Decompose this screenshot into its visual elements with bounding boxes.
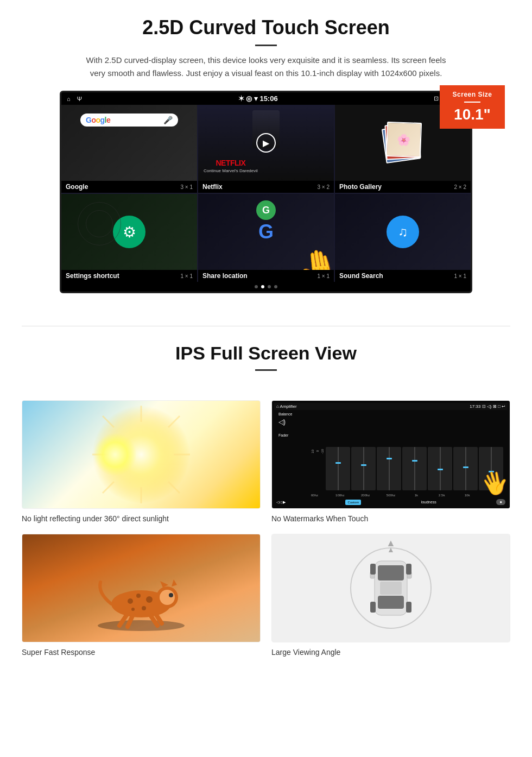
- feature-car: ▲: [271, 534, 510, 657]
- settings-cell-content: ⚙: [61, 194, 197, 270]
- netflix-subtitle: Continue Marvel's Daredevil: [204, 168, 258, 173]
- amp-status-bar: ⌂ Amplifier 17:33 ⊡ ◁) ⊠ □ ↩: [274, 403, 508, 410]
- settings-label-row: Settings shortcut 1 × 1: [61, 270, 197, 282]
- photo-gallery-app-size: 2 × 2: [454, 184, 466, 190]
- google-cell-content: Google 🎤: [61, 105, 197, 181]
- feature-cheetah: Super Fast Response: [22, 534, 261, 657]
- google-search-bar[interactable]: Google 🎤: [80, 113, 178, 127]
- sound-search-label-row: Sound Search 1 × 1: [335, 270, 471, 282]
- netflix-play-button[interactable]: ▶: [256, 133, 276, 153]
- mic-icon: 🎤: [163, 116, 173, 124]
- svg-point-17: [142, 606, 146, 610]
- netflix-app-size: 3 × 2: [317, 184, 330, 190]
- google-bg: Google 🎤: [61, 105, 197, 181]
- section-curved-title: 2.5D Curved Touch Screen: [22, 16, 510, 39]
- feature-sunlight: No light reflecting under 360° direct su…: [22, 400, 261, 523]
- cheetah-visual: [22, 534, 260, 642]
- svg-point-20: [160, 590, 175, 605]
- bluetooth-icon: ✶: [238, 94, 244, 103]
- section-ips-title: IPS Full Screen View: [22, 343, 510, 364]
- svg-rect-31: [380, 582, 402, 595]
- google-logo: Google: [86, 116, 110, 124]
- dot-2: [261, 285, 264, 288]
- sound-search-icon: ♫: [387, 216, 419, 248]
- feature-label-amplifier: No Watermarks When Touch: [271, 514, 510, 523]
- dot-4: [274, 285, 277, 288]
- feature-image-cheetah: [22, 534, 261, 642]
- feature-label-sunlight: No light reflecting under 360° direct su…: [22, 514, 261, 523]
- sound-search-bg: ♫: [335, 194, 471, 270]
- feature-label-cheetah: Super Fast Response: [22, 648, 261, 657]
- feature-amplifier: ⌂ Amplifier 17:33 ⊡ ◁) ⊠ □ ↩ Balance ◁) …: [271, 400, 510, 523]
- amp-bottom: ◁◁ ▶ Custom loudness ●: [274, 498, 508, 506]
- screen-size-badge: Screen Size 10.1": [440, 85, 505, 129]
- photo-stack: 🌸: [381, 121, 425, 165]
- status-bar-center: ✶ ◎ ▾ 15:06: [238, 94, 278, 103]
- app-cell-settings[interactable]: ⚙ Settings shortcut 1 × 1: [61, 194, 197, 282]
- app-cell-google[interactable]: Google 🎤 Google 3 × 1: [61, 105, 197, 193]
- svg-text:G: G: [262, 205, 270, 216]
- svg-rect-30: [378, 596, 404, 609]
- netflix-logo: NETFLIX Continue Marvel's Daredevil: [204, 159, 258, 173]
- photo-gallery-label-row: Photo Gallery 2 × 2: [335, 181, 471, 193]
- app-grid: Google 🎤 Google 3 × 1: [61, 105, 471, 282]
- wifi-icon: ▾: [254, 94, 258, 103]
- car-visual: ▲: [272, 534, 510, 642]
- google-app-size: 3 × 1: [180, 184, 193, 190]
- svg-point-16: [146, 596, 153, 603]
- settings-bg: ⚙: [61, 194, 197, 270]
- svg-point-21: [169, 593, 173, 597]
- time-display: 15:06: [259, 94, 277, 103]
- device-wrapper: Screen Size 10.1" ⌂ Ψ ✶ ◎ ▾ 15:06 ⊡: [60, 91, 472, 293]
- svg-point-18: [131, 608, 135, 611]
- share-location-label-row: Share location 1 × 1: [198, 270, 334, 282]
- home-icon: ⌂: [67, 96, 71, 102]
- badge-label: Screen Size: [444, 91, 501, 98]
- pagination-dots: [61, 282, 471, 292]
- netflix-bg: ▶ NETFLIX Continue Marvel's Daredevil: [198, 105, 334, 181]
- amp-custom-btn[interactable]: Custom: [345, 500, 361, 505]
- status-bar-left: ⌂ Ψ: [67, 96, 82, 102]
- hand-pointing-icon: 🤚: [295, 244, 334, 270]
- google-label-row: Google 3 × 1: [61, 181, 197, 193]
- share-location-app-name: Share location: [202, 272, 248, 280]
- photo-gallery-app-name: Photo Gallery: [339, 183, 382, 191]
- svg-rect-29: [378, 565, 404, 581]
- photo-card-3: 🌸: [386, 122, 422, 157]
- svg-rect-37: [406, 602, 411, 613]
- android-device: ⌂ Ψ ✶ ◎ ▾ 15:06 ⊡ ◁) ⊠ ▭: [60, 91, 472, 293]
- badge-size: 10.1": [444, 106, 501, 123]
- svg-rect-35: [406, 564, 411, 575]
- settings-app-name: Settings shortcut: [66, 272, 119, 280]
- google-app-name: Google: [66, 183, 88, 191]
- section-curved-description: With 2.5D curved-display screen, this de…: [81, 54, 451, 80]
- feature-image-amplifier: ⌂ Amplifier 17:33 ⊡ ◁) ⊠ □ ↩ Balance ◁) …: [271, 400, 510, 509]
- netflix-text: NETFLIX: [204, 159, 258, 167]
- ips-title-underline: [255, 369, 277, 371]
- dot-1: [255, 285, 258, 288]
- feature-image-sunlight: [22, 400, 261, 509]
- netflix-cell-content: ▶ NETFLIX Continue Marvel's Daredevil: [198, 105, 334, 181]
- feature-image-car: ▲: [271, 534, 510, 642]
- usb-icon: Ψ: [77, 96, 82, 102]
- camera-icon: ⊡: [434, 95, 439, 102]
- svg-rect-34: [370, 564, 376, 575]
- netflix-app-name: Netflix: [202, 183, 223, 191]
- badge-divider: [464, 102, 480, 103]
- sound-search-app-size: 1 × 1: [454, 273, 466, 279]
- share-location-app-size: 1 × 1: [317, 273, 330, 279]
- svg-point-14: [128, 598, 133, 604]
- app-cell-sound-search[interactable]: ♫ Sound Search 1 × 1: [335, 194, 471, 282]
- svg-point-12: [98, 620, 185, 631]
- feature-label-car: Large Viewing Angle: [271, 648, 510, 657]
- sound-search-app-name: Sound Search: [339, 272, 383, 280]
- title-underline: [255, 45, 277, 46]
- car-circle: ▲: [350, 547, 432, 629]
- app-cell-netflix[interactable]: ▶ NETFLIX Continue Marvel's Daredevil Ne…: [198, 105, 334, 193]
- settings-app-size: 1 × 1: [180, 273, 193, 279]
- feature-grid: No light reflecting under 360° direct su…: [0, 389, 532, 667]
- svg-marker-23: [172, 579, 177, 586]
- section-ips: IPS Full Screen View: [0, 326, 532, 389]
- app-cell-share-location[interactable]: G G 🤚: [198, 194, 334, 282]
- svg-rect-36: [370, 602, 376, 613]
